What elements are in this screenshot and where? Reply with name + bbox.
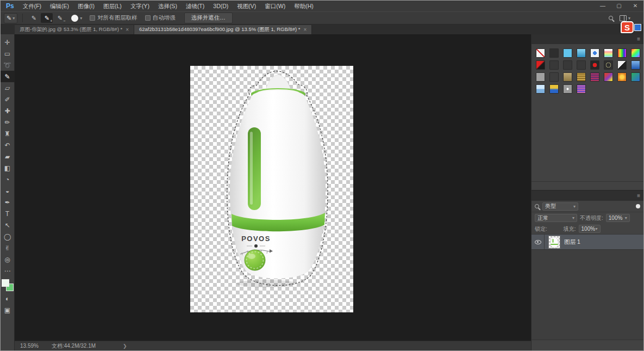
gradient-tool[interactable]: ◧ [1, 162, 15, 174]
style-swatch[interactable] [536, 84, 545, 94]
search-icon[interactable] [609, 16, 613, 20]
style-swatch[interactable] [549, 48, 559, 58]
eraser-tool[interactable]: ▰ [1, 151, 15, 162]
foreground-color-swatch[interactable] [2, 279, 9, 287]
shape-tool[interactable]: ◯ [1, 231, 15, 242]
blur-tool[interactable]: ◔ [1, 174, 15, 185]
minimize-button[interactable]: — [595, 1, 611, 11]
style-swatch[interactable] [563, 60, 572, 70]
style-swatch[interactable] [577, 84, 586, 94]
type-tool[interactable]: T [1, 208, 15, 219]
opacity-dropdown[interactable]: 100% ▾ [606, 214, 630, 222]
style-swatch[interactable] [563, 48, 572, 58]
style-swatch[interactable] [536, 60, 545, 70]
edit-toolbar-button[interactable]: ⋯ [1, 265, 15, 276]
close-icon[interactable]: × [303, 27, 307, 33]
canvas-area[interactable]: POVOS 13.59% 文档:44.2M/32.1M ❯ [15, 34, 531, 350]
menu-item[interactable]: 帮助(H) [290, 1, 318, 11]
style-swatch[interactable] [549, 60, 559, 70]
lasso-tool[interactable]: ➰ [1, 59, 15, 71]
healing-brush-tool[interactable]: ✚ [1, 105, 15, 116]
style-swatch[interactable] [536, 48, 545, 58]
style-swatch[interactable] [549, 84, 559, 94]
sample-all-layers-checkbox[interactable]: 对所有图层取样 [90, 14, 137, 22]
style-swatch[interactable] [604, 72, 613, 82]
chevron-down-icon: ▾ [572, 215, 574, 220]
subtract-from-selection-mode[interactable]: ✎ − [54, 13, 66, 23]
style-swatch[interactable] [617, 72, 627, 82]
ime-state-icon[interactable] [634, 24, 641, 31]
style-swatch[interactable] [604, 48, 613, 58]
zoom-level[interactable]: 13.59% [15, 343, 46, 349]
layer-visibility-toggle[interactable] [532, 235, 545, 249]
panel-menu-icon[interactable]: ≡ [637, 191, 640, 201]
maximize-button[interactable]: ▢ [611, 1, 627, 11]
add-to-selection-mode[interactable]: ✎ + [41, 13, 53, 23]
layer-row[interactable]: 图层 1 [532, 235, 643, 250]
menu-item[interactable]: 选择(S) [154, 1, 182, 11]
style-swatch[interactable] [631, 60, 640, 70]
document-tab[interactable]: 62af2b3131b58e1d480397ea6bcf900.jpg @ 13… [134, 25, 312, 34]
fill-dropdown[interactable]: 100% ▾ [579, 225, 601, 233]
layer-name[interactable]: 图层 1 [564, 238, 580, 246]
style-swatch[interactable] [631, 72, 640, 82]
style-swatch[interactable] [590, 60, 599, 70]
layer-thumbnail[interactable] [548, 236, 560, 249]
menu-item[interactable]: 编辑(E) [46, 1, 73, 11]
move-tool[interactable]: ✛ [1, 36, 15, 48]
style-swatch[interactable] [590, 48, 599, 58]
menu-item[interactable]: 文件(F) [18, 1, 46, 11]
panel-menu-icon[interactable]: ≡ [637, 34, 640, 44]
path-selection-tool[interactable]: ↖ [1, 219, 15, 231]
menu-item[interactable]: 3D(D) [209, 1, 233, 11]
hand-tool[interactable]: ✌ [1, 242, 15, 254]
menu-item[interactable]: 文字(Y) [126, 1, 154, 11]
status-expand-arrow[interactable]: ❯ [123, 343, 127, 349]
style-swatch[interactable] [604, 60, 613, 70]
style-swatch[interactable] [536, 72, 545, 82]
brush-tool[interactable]: ✏ [1, 116, 15, 128]
eyedropper-tool[interactable]: ✐ [1, 94, 15, 105]
pen-tool[interactable]: ✒ [1, 196, 15, 208]
style-swatch[interactable] [563, 72, 572, 82]
style-swatch[interactable] [577, 60, 586, 70]
crop-tool[interactable]: ▱ [1, 82, 15, 94]
style-swatch[interactable] [577, 72, 586, 82]
style-swatch[interactable] [577, 48, 586, 58]
style-swatch[interactable] [590, 72, 599, 82]
menu-item[interactable]: 滤镜(T) [182, 1, 209, 11]
select-and-mask-button[interactable]: 选择并遮住… [184, 13, 233, 23]
menu-item[interactable]: 图层(L) [99, 1, 126, 11]
quick-selection-tool[interactable]: ✎ [1, 71, 15, 82]
style-swatch[interactable] [617, 60, 627, 70]
workspace-switcher[interactable]: ▾ [620, 15, 630, 21]
document-tab[interactable]: 原图-你架的.jpg @ 53.3% (图层 1, RGB/8#) * × [15, 25, 134, 34]
screen-mode-button[interactable]: ▣ [1, 304, 15, 316]
auto-enhance-checkbox[interactable]: 自动增强 [145, 14, 176, 22]
history-brush-tool[interactable]: ↶ [1, 139, 15, 151]
close-button[interactable]: ✕ [627, 1, 643, 11]
menu-item[interactable]: 窗口(W) [260, 1, 290, 11]
filter-kind-dropdown[interactable]: 类型 ▾ [542, 202, 578, 211]
brush-size-picker[interactable]: ▾ [71, 15, 82, 22]
menu-item[interactable]: 视图(V) [233, 1, 260, 11]
ime-overlay[interactable]: S [621, 21, 641, 33]
style-swatch[interactable] [617, 48, 627, 58]
new-selection-mode[interactable]: ✎ [28, 13, 40, 23]
tool-preset-picker[interactable]: ✎ ▾ [4, 13, 17, 23]
close-icon[interactable]: × [126, 27, 129, 33]
blend-mode-dropdown[interactable]: 正常 ▾ [535, 214, 577, 222]
menu-item[interactable]: 图像(I) [73, 1, 99, 11]
style-swatch[interactable] [549, 72, 559, 82]
style-swatch[interactable] [563, 84, 572, 94]
filter-toggle[interactable] [636, 204, 640, 208]
transparent-canvas[interactable]: POVOS [190, 66, 353, 312]
marquee-tool[interactable]: ▭ [1, 48, 15, 59]
clone-stamp-tool[interactable]: ♜ [1, 128, 15, 139]
dodge-tool[interactable]: ◒ [1, 185, 15, 196]
style-swatch[interactable] [631, 48, 640, 58]
quick-mask-mode-button[interactable]: ◐ [1, 293, 15, 304]
sogou-icon[interactable]: S [621, 21, 634, 33]
color-swatches[interactable] [2, 279, 14, 291]
zoom-tool[interactable]: ◎ [1, 254, 15, 265]
